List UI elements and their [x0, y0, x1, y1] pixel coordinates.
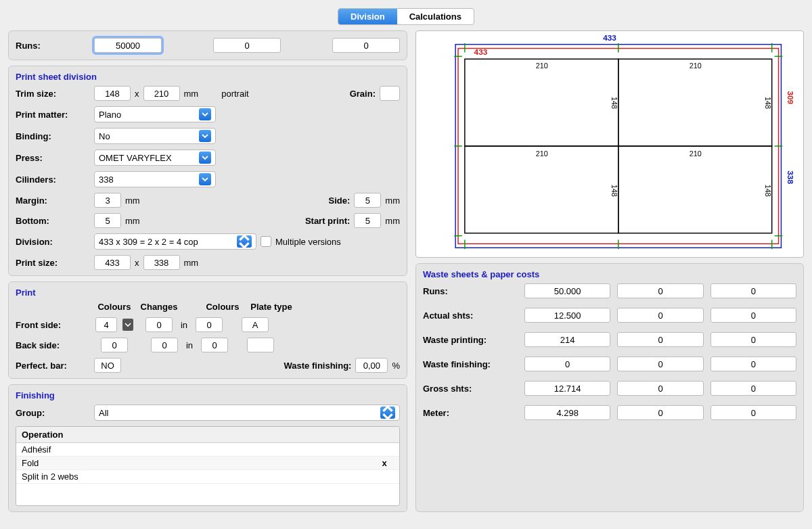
waste-runs-label: Runs: — [423, 286, 518, 296]
operation-row[interactable]: Split in 2 webs — [16, 470, 399, 484]
meter-3[interactable] — [710, 405, 796, 420]
x-sep: x — [135, 258, 139, 268]
waste-finishing-2[interactable] — [617, 356, 703, 371]
svg-text:433: 433 — [474, 47, 488, 56]
cilinders-label: Cilinders: — [16, 175, 90, 185]
multiple-versions-checkbox[interactable] — [261, 236, 271, 247]
svg-rect-20 — [465, 146, 618, 233]
printsize-label: Print size: — [16, 258, 90, 268]
trim-w-input[interactable] — [94, 86, 131, 101]
startprint-label: Start print: — [305, 216, 350, 226]
runs-1-input[interactable] — [94, 38, 162, 53]
operation-row[interactable]: Adhésif — [16, 443, 399, 457]
bottom-input[interactable] — [94, 213, 121, 228]
waste-title: Waste sheets & paper costs — [423, 269, 796, 279]
back-colours-input[interactable] — [101, 338, 128, 352]
side-input[interactable] — [354, 193, 381, 208]
front-label: Front side: — [16, 320, 90, 330]
actual-shts-label: Actual shts: — [423, 310, 518, 321]
operations-table[interactable]: Operation Adhésif Fold x Split in 2 webs — [16, 426, 400, 506]
perfectbar-label: Perfect. bar: — [16, 361, 90, 371]
grain-label: Grain: — [350, 89, 376, 99]
trim-label: Trim size: — [16, 89, 90, 99]
chevron-down-icon — [199, 173, 211, 185]
meter-1[interactable] — [524, 405, 610, 420]
waste-printing-label: Waste printing: — [423, 335, 518, 345]
print-matter-value: Plano — [99, 110, 121, 120]
trim-h-input[interactable] — [143, 86, 180, 101]
dropdown-icon[interactable] — [122, 319, 133, 331]
trim-unit: mm — [184, 89, 199, 99]
division-value: 433 x 309 = 2 x 2 = 4 cop — [99, 237, 198, 247]
waste-finishing-label: Waste finishing: — [423, 359, 518, 369]
print-matter-select[interactable]: Plano — [94, 106, 216, 122]
waste-printing-3[interactable] — [710, 332, 796, 347]
group-label: Group: — [16, 408, 90, 418]
back-colours2-input[interactable] — [201, 338, 228, 352]
chevron-down-icon — [199, 130, 211, 142]
waste-runs-1[interactable] — [524, 283, 610, 298]
waste-runs-3[interactable] — [710, 283, 796, 298]
colours-hdr: Colours — [94, 302, 135, 312]
multiple-versions-label: Multiple versions — [275, 237, 341, 247]
runs-label: Runs: — [16, 41, 90, 51]
gross-shts-2[interactable] — [617, 381, 703, 396]
grain-input[interactable] — [380, 86, 400, 101]
gross-shts-1[interactable] — [524, 381, 610, 396]
svg-text:338: 338 — [786, 170, 795, 184]
tab-calculations[interactable]: Calculations — [397, 9, 474, 24]
plate-hdr: Plate type — [247, 302, 296, 312]
front-colours-input[interactable] — [95, 317, 117, 332]
svg-text:148: 148 — [610, 185, 618, 197]
group-select[interactable]: All — [94, 405, 400, 421]
perfectbar-input[interactable] — [94, 358, 121, 373]
actual-shts-2[interactable] — [617, 308, 703, 323]
bottom-label: Bottom: — [16, 216, 90, 226]
actual-shts-3[interactable] — [710, 308, 796, 323]
gross-shts-3[interactable] — [710, 381, 796, 396]
actual-shts-1[interactable] — [524, 308, 610, 323]
waste-finishing-1[interactable] — [524, 356, 610, 371]
printsize-unit: mm — [184, 258, 199, 268]
svg-text:148: 148 — [610, 97, 618, 109]
svg-rect-21 — [618, 146, 772, 233]
waste-runs-2[interactable] — [617, 283, 703, 298]
binding-select[interactable]: No — [94, 128, 216, 144]
svg-text:210: 210 — [690, 62, 702, 70]
tab-division[interactable]: Division — [338, 9, 397, 24]
front-plate-input[interactable] — [242, 317, 269, 332]
back-plate-input[interactable] — [247, 338, 274, 352]
runs-3-input[interactable] — [332, 38, 400, 53]
gross-shts-label: Gross shts: — [423, 384, 518, 394]
changes-hdr: Changes — [139, 302, 179, 312]
operation-row[interactable]: Fold x — [16, 457, 399, 470]
division-label: Division: — [16, 237, 90, 247]
press-select[interactable]: OMET VARYFLEX — [94, 150, 216, 166]
printsize-w-input[interactable] — [94, 255, 131, 270]
waste-finishing-3[interactable] — [710, 356, 796, 371]
side-unit: mm — [385, 196, 400, 206]
svg-text:433: 433 — [603, 33, 616, 42]
wastefin-input[interactable] — [355, 358, 388, 373]
chevron-down-icon — [199, 108, 211, 120]
meter-2[interactable] — [617, 405, 703, 420]
x-sep: x — [135, 89, 139, 99]
in-label: in — [182, 340, 197, 350]
meter-label: Meter: — [423, 408, 518, 418]
cilinders-value: 338 — [99, 175, 114, 185]
margin-input[interactable] — [94, 193, 121, 208]
back-changes-input[interactable] — [151, 338, 178, 352]
front-changes-input[interactable] — [145, 317, 173, 332]
front-colours2-input[interactable] — [196, 317, 223, 332]
waste-printing-2[interactable] — [617, 332, 703, 347]
pct-label: % — [392, 361, 400, 371]
startprint-input[interactable] — [354, 213, 381, 228]
cilinders-select[interactable]: 338 — [94, 171, 216, 187]
runs-2-input[interactable] — [213, 38, 281, 53]
division-select[interactable]: 433 x 309 = 2 x 2 = 4 cop — [94, 233, 256, 250]
tab-bar: Division Calculations — [8, 8, 804, 25]
chevrons-icon — [380, 407, 395, 419]
press-value: OMET VARYFLEX — [99, 153, 172, 163]
waste-printing-1[interactable] — [524, 332, 610, 347]
printsize-h-input[interactable] — [143, 255, 180, 270]
